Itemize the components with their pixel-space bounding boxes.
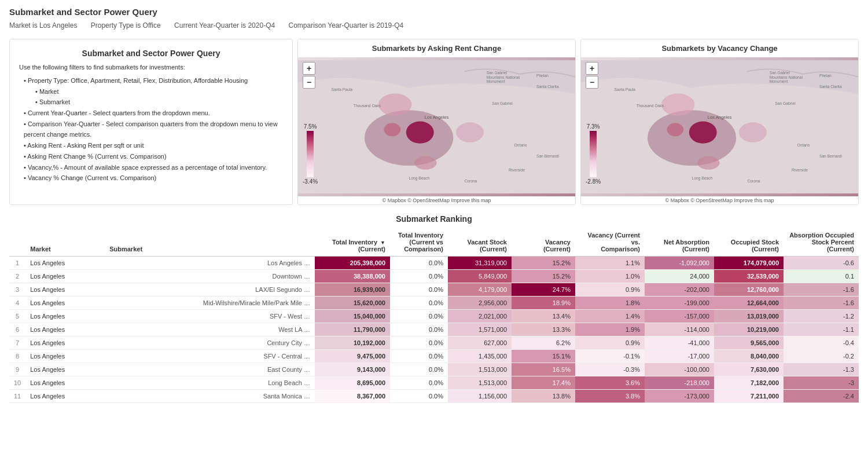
cell-market: Los Angeles bbox=[25, 350, 105, 363]
cell-net-abs: -218,000 bbox=[645, 376, 714, 390]
map2-title: Submarkets by Vacancy Change bbox=[581, 39, 858, 57]
cell-vacancy: 24.7% bbox=[512, 283, 575, 297]
svg-text:Phelan: Phelan bbox=[819, 74, 832, 78]
table-header-row: Market Submarket Total Inventory ▼(Curre… bbox=[9, 228, 859, 257]
map2-zoom-out[interactable]: − bbox=[586, 76, 598, 89]
svg-text:Monument: Monument bbox=[770, 79, 788, 83]
map1-zoom-in[interactable]: + bbox=[303, 62, 315, 75]
cell-occ-stock: 13,019,000 bbox=[714, 310, 784, 323]
cell-vacancy: 18.9% bbox=[512, 297, 575, 310]
map2-zoom-in[interactable]: + bbox=[586, 62, 598, 75]
cell-total-inv: 8,695,000 bbox=[315, 376, 390, 390]
svg-point-7 bbox=[414, 156, 436, 170]
cell-net-abs: -17,000 bbox=[645, 350, 714, 363]
cell-net-abs: -114,000 bbox=[645, 323, 714, 336]
cell-total-inv: 9,475,000 bbox=[315, 350, 390, 363]
col-rank bbox=[9, 228, 25, 257]
bullet-8: Vacancy,% - Amount of available space ex… bbox=[24, 162, 283, 173]
cell-total-inv: 15,040,000 bbox=[315, 310, 390, 323]
cell-rank: 9 bbox=[9, 363, 25, 376]
bullet-9: Vacancy % Change (Current vs. Comparison… bbox=[24, 173, 283, 184]
svg-point-29 bbox=[697, 156, 719, 170]
info-panel-bullets: Property Type: Office, Apartment, Retail… bbox=[19, 75, 283, 184]
svg-text:San Gabriel: San Gabriel bbox=[492, 101, 513, 105]
table-row: 5 Los Angeles SFV - West … 15,040,000 0.… bbox=[9, 310, 859, 323]
bullet-7: Asking Rent Change % (Current vs. Compar… bbox=[24, 151, 283, 162]
map2-legend-top: 7.3% bbox=[587, 123, 600, 130]
cell-vac-change: 1.9% bbox=[575, 323, 645, 336]
col-abs-pct: Absorption OccupiedStock Percent(Current… bbox=[784, 228, 859, 257]
cell-vacant-stock: 4,179,000 bbox=[448, 283, 512, 297]
cell-vacancy: 13.3% bbox=[512, 323, 575, 336]
svg-point-26 bbox=[667, 123, 683, 136]
cell-total-inv: 15,620,000 bbox=[315, 297, 390, 310]
cell-net-abs: 24,000 bbox=[645, 270, 714, 283]
cell-total-inv: 9,143,000 bbox=[315, 363, 390, 376]
col-total-inv[interactable]: Total Inventory ▼(Current) bbox=[315, 228, 390, 257]
cell-inv-change: 0.0% bbox=[390, 297, 448, 310]
cell-vacancy: 15.1% bbox=[512, 350, 575, 363]
cell-total-inv: 16,939,000 bbox=[315, 283, 390, 297]
cell-submarket: East County … bbox=[105, 363, 315, 376]
page-title: Submarket and Sector Power Query bbox=[0, 0, 868, 19]
cell-occ-stock: 7,630,000 bbox=[714, 363, 784, 376]
cell-market: Los Angeles bbox=[25, 270, 105, 283]
cell-vacant-stock: 31,319,000 bbox=[448, 257, 512, 270]
subtitle: Market is Los Angeles Property Type is O… bbox=[0, 19, 868, 34]
cell-submarket: Century City … bbox=[105, 336, 315, 350]
cell-vac-change: 1.8% bbox=[575, 297, 645, 310]
bullet-6: Asking Rent - Asking Rent per sqft or un… bbox=[24, 140, 283, 151]
svg-text:Long Beach: Long Beach bbox=[692, 176, 713, 181]
col-net-abs: Net Absorption (Current) bbox=[645, 228, 714, 257]
map1-zoom-controls[interactable]: + − bbox=[303, 62, 315, 89]
cell-occ-stock: 32,539,000 bbox=[714, 270, 784, 283]
cell-vacancy: 15.2% bbox=[512, 270, 575, 283]
cell-market: Los Angeles bbox=[25, 336, 105, 350]
svg-text:Mountains National: Mountains National bbox=[487, 75, 520, 79]
cell-inv-change: 0.0% bbox=[390, 350, 448, 363]
map2-legend-bottom: -2.8% bbox=[586, 178, 601, 185]
cell-vacancy: 16.5% bbox=[512, 363, 575, 376]
svg-point-27 bbox=[661, 94, 694, 116]
ranking-title: Submarket Ranking bbox=[9, 214, 859, 224]
info-panel-title: Submarket and Sector Power Query bbox=[19, 49, 283, 58]
col-vacant-stock: Vacant Stock(Current) bbox=[448, 228, 512, 257]
table-row: 9 Los Angeles East County … 9,143,000 0.… bbox=[9, 363, 859, 376]
svg-point-6 bbox=[456, 122, 484, 142]
cell-total-inv: 205,398,000 bbox=[315, 257, 390, 270]
cell-vacant-stock: 2,956,000 bbox=[448, 297, 512, 310]
cell-abs-pct: -0.4 bbox=[784, 336, 859, 350]
svg-text:Mountains National: Mountains National bbox=[770, 75, 803, 79]
svg-text:Santa Clarita: Santa Clarita bbox=[819, 85, 842, 89]
svg-text:Monument: Monument bbox=[487, 79, 505, 83]
svg-text:Corona: Corona bbox=[464, 179, 477, 183]
svg-text:Corona: Corona bbox=[747, 179, 760, 183]
map1-legend-bottom: -3.4% bbox=[303, 178, 318, 185]
col-vac-change: Vacancy (Current vs.Comparison) bbox=[575, 228, 645, 257]
cell-vacant-stock: 2,021,000 bbox=[448, 310, 512, 323]
cell-occ-stock: 8,040,000 bbox=[714, 350, 784, 363]
property-type-filter: Property Type is Office bbox=[91, 21, 161, 30]
map2-zoom-controls[interactable]: + − bbox=[586, 62, 598, 89]
col-occ-stock: Occupied Stock(Current) bbox=[714, 228, 784, 257]
cell-inv-change: 0.0% bbox=[390, 390, 448, 403]
table-row: 1 Los Angeles Los Angeles … 205,398,000 … bbox=[9, 257, 859, 270]
map1-zoom-out[interactable]: − bbox=[303, 76, 315, 89]
cell-net-abs: -157,000 bbox=[645, 310, 714, 323]
cell-vacancy: 6.2% bbox=[512, 336, 575, 350]
map-asking-rent: Submarkets by Asking Rent Change + − bbox=[297, 39, 576, 205]
cell-rank: 4 bbox=[9, 297, 25, 310]
cell-submarket: SFV - West … bbox=[105, 310, 315, 323]
current-quarter-filter: Current Year-Quarter is 2020-Q4 bbox=[174, 21, 275, 30]
table-row: 7 Los Angeles Century City … 10,192,000 … bbox=[9, 336, 859, 350]
cell-net-abs: -1,092,000 bbox=[645, 257, 714, 270]
cell-market: Los Angeles bbox=[25, 297, 105, 310]
cell-rank: 10 bbox=[9, 376, 25, 390]
svg-text:Thousand Oaks: Thousand Oaks bbox=[354, 104, 381, 108]
comparison-quarter-filter: Comparison Year-Quarter is 2019-Q4 bbox=[288, 21, 403, 30]
cell-rank: 2 bbox=[9, 270, 25, 283]
cell-market: Los Angeles bbox=[25, 376, 105, 390]
svg-text:Los Angeles: Los Angeles bbox=[708, 115, 732, 120]
table-row: 4 Los Angeles Mid-Wilshire/Miracle Mile/… bbox=[9, 297, 859, 310]
cell-occ-stock: 174,079,000 bbox=[714, 257, 784, 270]
